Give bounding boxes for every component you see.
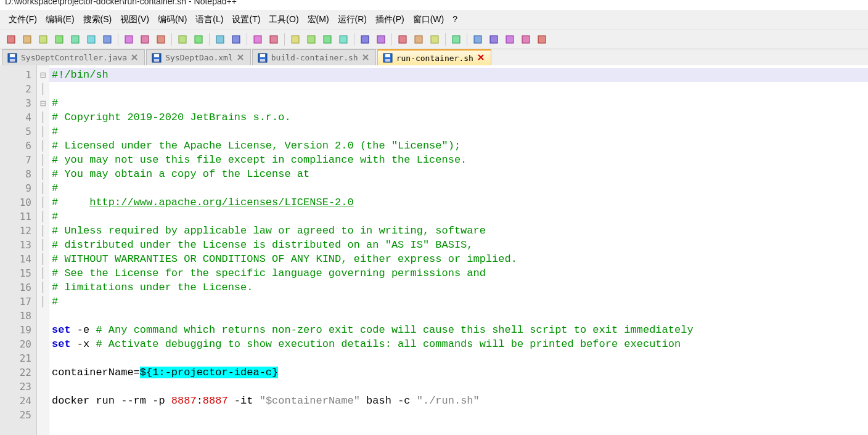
monitor-icon[interactable]	[449, 32, 464, 47]
window-titlebar[interactable]: D:\workspace\projector-docker\run-contai…	[0, 0, 868, 10]
redo-icon[interactable]	[191, 32, 206, 47]
menu-item[interactable]: ?	[449, 12, 461, 27]
sync-v-icon[interactable]	[288, 32, 303, 47]
line-number[interactable]: 24	[0, 394, 31, 408]
code-line[interactable]: #!/bin/sh	[49, 68, 868, 82]
line-number[interactable]: 2	[0, 82, 31, 96]
code-line[interactable]: #	[49, 124, 868, 139]
code-line[interactable]: # distributed under the License is distr…	[49, 238, 868, 252]
line-number[interactable]: 14	[0, 252, 31, 266]
play-multi-icon[interactable]	[518, 32, 533, 47]
fold-toggle-icon[interactable]: ⊟	[37, 68, 49, 82]
line-number[interactable]: 8	[0, 167, 31, 181]
tab-close-icon[interactable]	[362, 54, 371, 62]
save-macro-icon[interactable]	[534, 32, 549, 47]
code-line[interactable]: # WITHOUT WARRANTIES OR CONDITIONS OF AN…	[49, 252, 868, 266]
line-number[interactable]: 20	[0, 337, 31, 351]
code-line[interactable]: # limitations under the License.	[49, 280, 868, 295]
tab-sysdeptcontroller-java[interactable]: SysDeptController.java	[2, 49, 145, 65]
line-number[interactable]: 10	[0, 195, 31, 209]
line-number[interactable]: 13	[0, 238, 31, 252]
whitespace-icon[interactable]	[336, 32, 351, 47]
code-line[interactable]	[49, 408, 868, 422]
line-number[interactable]: 5	[0, 124, 31, 139]
fold-column[interactable]: ⊟│⊟││││││││││││││	[37, 65, 49, 435]
line-number[interactable]: 11	[0, 209, 31, 224]
menu-item[interactable]: 搜索(S)	[80, 12, 116, 27]
menu-item[interactable]: 窗口(W)	[409, 12, 448, 27]
indent-icon[interactable]	[358, 32, 372, 47]
record-icon[interactable]	[470, 32, 485, 47]
code-line[interactable]: #	[49, 209, 868, 224]
line-number[interactable]: 3	[0, 96, 31, 110]
tab-run-container-sh[interactable]: run-container.sh	[377, 49, 491, 65]
function-list-icon[interactable]	[411, 32, 426, 47]
menu-item[interactable]: 运行(R)	[334, 12, 371, 27]
menu-item[interactable]: 编辑(E)	[42, 12, 78, 27]
cut-icon[interactable]	[121, 32, 136, 47]
code-line[interactable]: docker run --rm -p 8887:8887 -it "$conta…	[49, 394, 868, 408]
code-line[interactable]: set -e # Any command which returns non-z…	[49, 323, 868, 337]
tab-close-icon[interactable]	[131, 54, 139, 62]
code-area[interactable]: #!/bin/sh## Copyright 2019-2020 JetBrain…	[49, 65, 868, 435]
line-number[interactable]: 19	[0, 323, 31, 337]
paste-icon[interactable]	[154, 32, 168, 47]
open-file-icon[interactable]	[20, 32, 35, 47]
code-line[interactable]: # You may obtain a copy of the License a…	[49, 167, 868, 181]
line-number[interactable]: 12	[0, 224, 31, 238]
copy-icon[interactable]	[137, 32, 152, 47]
print-icon[interactable]	[100, 32, 115, 47]
tab-close-icon[interactable]	[237, 54, 245, 62]
line-number[interactable]: 15	[0, 266, 31, 280]
code-line[interactable]: #	[49, 181, 868, 195]
menu-item[interactable]: 语言(L)	[192, 12, 227, 27]
sync-h-icon[interactable]	[304, 32, 319, 47]
code-line[interactable]	[49, 82, 868, 96]
save-icon[interactable]	[36, 32, 51, 47]
line-number[interactable]: 9	[0, 181, 31, 195]
menu-item[interactable]: 工具(O)	[265, 12, 302, 27]
line-number[interactable]: 23	[0, 380, 31, 394]
code-line[interactable]: containerName=${1:-projector-idea-c}	[49, 365, 868, 380]
line-number[interactable]: 18	[0, 309, 31, 323]
tab-build-container-sh[interactable]: build-container.sh	[252, 49, 376, 65]
zoom-in-icon[interactable]	[250, 32, 265, 47]
doc-map-icon[interactable]	[427, 32, 442, 47]
code-line[interactable]: # Copyright 2019-2020 JetBrains s.r.o.	[49, 110, 868, 124]
line-number[interactable]: 6	[0, 139, 31, 153]
line-number[interactable]: 7	[0, 153, 31, 167]
tab-sysdeptdao-xml[interactable]: SysDeptDao.xml	[146, 49, 251, 65]
menu-item[interactable]: 文件(F)	[5, 12, 41, 27]
stop-icon[interactable]	[486, 32, 501, 47]
code-line[interactable]	[49, 309, 868, 323]
line-number-gutter[interactable]: 1234567891011121314151617181920212223242…	[0, 65, 37, 435]
code-line[interactable]: #	[49, 96, 868, 110]
menu-item[interactable]: 宏(M)	[304, 12, 333, 27]
line-number[interactable]: 25	[0, 408, 31, 422]
code-line[interactable]: # Licensed under the Apache License, Ver…	[49, 139, 868, 153]
code-line[interactable]: set -x # Activate debugging to show exec…	[49, 337, 868, 351]
code-line[interactable]	[49, 380, 868, 394]
tab-close-icon[interactable]	[477, 54, 486, 62]
line-number[interactable]: 16	[0, 280, 31, 295]
code-line[interactable]: # See the License for the specific langu…	[49, 266, 868, 280]
close-all-icon[interactable]	[84, 32, 99, 47]
outdent-icon[interactable]	[374, 32, 388, 47]
zoom-out-icon[interactable]	[266, 32, 281, 47]
folder-icon[interactable]	[395, 32, 410, 47]
line-number[interactable]: 4	[0, 110, 31, 124]
save-all-icon[interactable]	[52, 32, 67, 47]
code-line[interactable]: # http://www.apache.org/licenses/LICENSE…	[49, 195, 868, 209]
menu-item[interactable]: 插件(P)	[372, 12, 408, 27]
fold-toggle-icon[interactable]: ⊟	[37, 96, 49, 110]
wrap-icon[interactable]	[320, 32, 335, 47]
undo-icon[interactable]	[175, 32, 190, 47]
close-icon[interactable]	[68, 32, 83, 47]
menu-item[interactable]: 视图(V)	[117, 12, 153, 27]
menu-item[interactable]: 编码(N)	[154, 12, 190, 27]
line-number[interactable]: 17	[0, 295, 31, 309]
new-file-icon[interactable]	[4, 32, 18, 47]
play-icon[interactable]	[502, 32, 517, 47]
code-line[interactable]: # Unless required by applicable law or a…	[49, 224, 868, 238]
line-number[interactable]: 1	[0, 68, 31, 82]
